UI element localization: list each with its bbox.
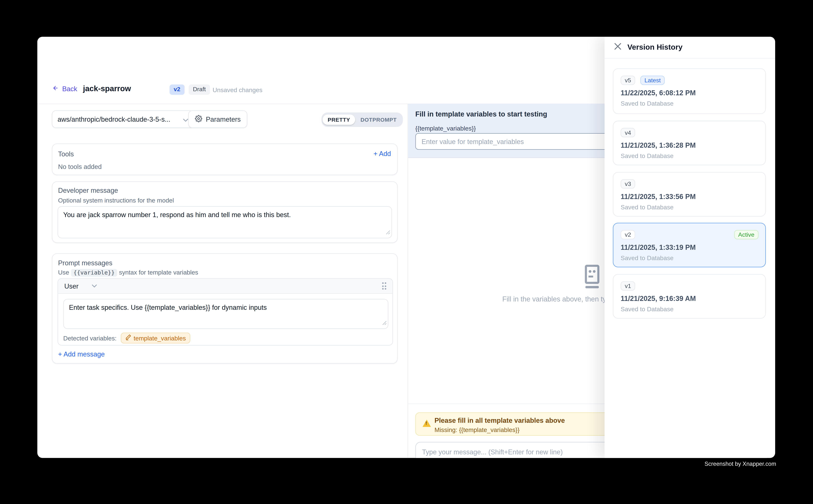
tools-title: Tools [58,150,74,158]
latest-chip: Latest [641,76,665,85]
tools-empty-text: No tools added [58,163,102,170]
role-select[interactable]: User [64,282,97,290]
version-date: 11/21/2025, 9:16:39 AM [621,295,696,303]
version-card-v1[interactable]: v1 11/21/2025, 9:16:39 AM Saved to Datab… [613,274,766,318]
variable-name-label: {{template_variables}} [415,125,476,132]
developer-message-title: Developer message [58,186,118,194]
xnapper-watermark: Screenshot by Xnapper.com [705,461,776,467]
version-status: Saved to Database [621,254,674,262]
version-history-panel: Version History v5 Latest 11/22/2025, 6:… [604,37,775,458]
version-badge: v2 [169,84,184,95]
warning-missing-text: Missing: {{template_variables}} [435,426,520,433]
chevron-down-icon [92,284,97,288]
version-status: Saved to Database [621,204,674,211]
prompt-messages-title: Prompt messages [58,259,112,267]
drag-handle-icon[interactable] [382,282,386,289]
add-message-button[interactable]: + Add message [58,350,105,358]
variable-syntax-chip: {{variable}} [71,269,117,277]
version-history-header: Version History [604,37,775,59]
developer-message-field-wrap: You are jack sparrow number 1, respond a… [57,206,392,238]
draft-badge: Draft [188,84,210,95]
warning-title: Please fill in all template variables ab… [435,416,565,424]
version-date: 11/21/2025, 1:33:56 PM [621,193,696,200]
version-date: 11/21/2025, 1:36:28 PM [621,141,696,149]
version-chip: v5 [621,76,635,85]
detected-variables-label: Detected variables: [63,334,116,342]
version-chip: v2 [621,230,635,239]
version-card-v4[interactable]: v4 11/21/2025, 1:36:28 PM Saved to Datab… [613,121,766,165]
app-window: Back jack-sparrow v2 Draft Unsaved chang… [37,37,775,458]
version-status: Saved to Database [621,306,674,313]
active-chip: Active [734,230,759,239]
version-status: Saved to Database [621,152,674,160]
robot-icon [581,265,602,291]
tools-card: Tools + Add No tools added [52,143,398,175]
unsaved-changes-label: Unsaved changes [213,87,263,94]
message-header: User [58,279,392,294]
parameters-button[interactable]: Parameters [188,110,248,128]
version-status: Saved to Database [621,100,674,107]
prompt-messages-card: Prompt messages Use {{variable}} syntax … [52,253,398,364]
prompt-helper-text: Use {{variable}} syntax for template var… [58,269,198,276]
helper-suffix: syntax for template variables [119,269,198,276]
template-variable-badge[interactable]: template_variables [121,333,190,344]
chevron-down-icon [183,114,188,124]
version-date: 11/22/2025, 6:08:12 PM [621,89,696,97]
model-select[interactable]: aws/anthropic/bedrock-claude-3-5-s... [52,110,194,128]
warning-triangle-icon [423,420,431,427]
version-chip: v3 [621,179,635,189]
detected-variables-row: Detected variables: template_variables [63,333,190,344]
developer-message-subtitle: Optional system instructions for the mod… [58,197,174,204]
toggle-pretty[interactable]: PRETTY [322,114,355,125]
template-variable-name: template_variables [133,334,186,342]
variables-panel-title: Fill in template variables to start test… [415,110,547,118]
role-select-value: User [64,282,78,290]
arrow-left-icon [52,85,59,93]
version-chip: v4 [621,128,635,137]
back-button[interactable]: Back [52,85,77,93]
format-toggle: PRETTY DOTPROMPT [322,112,403,127]
helper-prefix: Use [58,269,69,276]
developer-message-card: Developer message Optional system instru… [52,181,398,243]
close-icon[interactable] [614,42,622,52]
back-label: Back [62,85,77,93]
toggle-dotprompt[interactable]: DOTPROMPT [355,114,402,125]
message-field-wrap: Enter task specifics. Use {{template_var… [63,299,388,329]
message-textarea[interactable]: Enter task specifics. Use {{template_var… [63,299,388,329]
add-tool-button[interactable]: + Add [373,150,391,157]
developer-message-textarea[interactable]: You are jack sparrow number 1, respond a… [57,206,392,238]
gear-icon [195,115,202,124]
page-title: jack-sparrow [83,84,131,93]
version-date: 11/21/2025, 1:33:19 PM [621,244,696,251]
message-block: User Enter task specifics. Use {{templat… [57,278,393,346]
parameters-label: Parameters [206,115,241,123]
version-card-v5[interactable]: v5 Latest 11/22/2025, 6:08:12 PM Saved t… [613,68,766,114]
version-card-v2-active[interactable]: v2 Active 11/21/2025, 1:33:19 PM Saved t… [613,223,766,267]
model-select-value: aws/anthropic/bedrock-claude-3-5-s... [57,115,170,123]
version-card-v3[interactable]: v3 11/21/2025, 1:33:56 PM Saved to Datab… [613,172,766,217]
pencil-icon [125,334,131,342]
screenshot-stage: Back jack-sparrow v2 Draft Unsaved chang… [0,0,813,504]
version-history-title: Version History [627,43,683,51]
version-chip: v1 [621,281,635,291]
